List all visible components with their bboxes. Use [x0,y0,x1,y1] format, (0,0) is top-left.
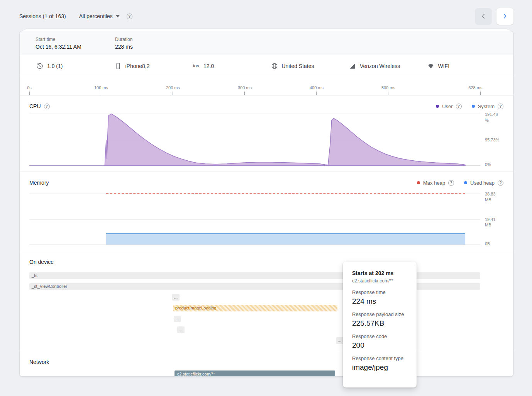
session-meta-row: Start time Oct 16, 6:32:11 AM Duration 2… [20,31,513,55]
used-heap-legend-dot [464,181,467,184]
duration-label: Duration [115,37,195,42]
cpu-section: CPU ? User ? System ? [20,95,513,172]
cpu-axis: 191.46 % 95.73% 0% [480,114,513,166]
app-version-item: 1.0 (1) [36,63,115,70]
max-heap-legend-dot [417,181,420,184]
os-version-item: iOS 12.0 [193,63,271,70]
gridline [29,219,480,220]
user-legend-dot [436,105,439,108]
memory-chart-row: 38.83 MB 19.41 MB 0B [20,190,513,251]
phone-icon [115,63,122,70]
tooltip-field-value: 224 ms [352,297,407,306]
ruler-tick-label: 500 ms [381,85,395,90]
cpu-chart-row: 191.46 % 95.73% 0% [20,114,513,172]
tooltip-title: Starts at 202 ms [352,270,407,276]
tooltip-url: c2.staticflickr.com/** [352,278,407,284]
ruler-tick-label: 300 ms [238,85,252,90]
version-history-icon [36,63,43,70]
cpu-chart-svg [29,114,480,166]
memory-axis-zero: 0B [485,241,502,247]
used-heap-legend-label: Used heap [470,180,495,186]
collapsed-trace-chip[interactable]: ... [172,294,180,301]
on-device-title: On device [29,259,54,265]
help-icon[interactable]: ? [44,104,50,109]
collapsed-trace-chip[interactable]: ... [177,326,185,333]
tooltip-field-label: Response time [352,289,407,295]
cpu-legend-system: System ? [472,104,503,109]
custom-trace-label: productImageLoading [175,306,216,310]
tooltip-field: Response time 224 ms [352,289,407,306]
memory-title: Memory [29,180,49,186]
collapsed-trace-chip[interactable]: ... [174,316,181,322]
ruler-tick-label: 200 ms [166,85,180,90]
tooltip-field: Response code 200 [352,333,407,350]
help-icon[interactable]: ? [498,180,503,186]
ruler-tick-mark [244,92,245,95]
cpu-user-area [29,114,465,166]
memory-legend-max-heap: Max heap ? [417,180,454,186]
chevron-left-icon [479,12,487,20]
memory-chart [29,190,480,245]
signal-strength-icon [349,63,356,70]
cpu-section-header: CPU ? User ? System ? [20,95,513,114]
collapsed-trace-chip[interactable]: ... [336,337,343,344]
chip-label: ... [174,295,178,299]
trace-bar-label: _st_ViewController [32,284,67,289]
os-version-value: 12.0 [203,63,214,69]
session-detail-card: Start time Oct 16, 6:32:11 AM Duration 2… [19,31,513,377]
device-info-row: 1.0 (1) iPhone8,2 iOS 12.0 United States [20,55,513,77]
network-request-label: c2.staticflickr.com/** [177,372,215,376]
cpu-chart [29,114,480,166]
start-time-value: Oct 16, 6:32:11 AM [36,44,115,50]
sessions-count-label: Sessions (1 of 163) [19,13,66,19]
memory-used-band [106,233,465,245]
percentiles-dropdown[interactable]: All percentiles [79,13,120,19]
system-legend-dot [472,105,475,108]
cpu-axis-zero: 0% [485,162,502,168]
tooltip-field-value: image/jpeg [352,363,407,372]
tooltip-field-value: 200 [352,341,407,350]
help-icon[interactable]: ? [498,104,503,109]
ruler-tick-label: 0s [27,85,32,90]
ruler-tick-mark [29,92,30,95]
custom-trace-bar[interactable]: productImageLoading [173,305,337,311]
cpu-legend: User ? System ? [436,104,503,109]
cpu-axis-mid: 95.73% [485,137,502,143]
tooltip-field-label: Response code [352,333,407,339]
memory-section: Memory Max heap ? Used heap ? [20,172,513,251]
ruler-tick-mark [316,92,317,95]
network-request-bar[interactable]: c2.staticflickr.com/** [175,371,335,377]
start-time-block: Start time Oct 16, 6:32:11 AM [36,37,115,50]
ruler-tick-label: 628 ms [468,85,482,90]
country-value: United States [282,63,314,69]
device-model-value: iPhone8,2 [125,63,150,69]
app-version-value: 1.0 (1) [47,63,63,69]
chip-label: ... [176,316,179,321]
next-session-button[interactable] [496,8,513,25]
ruler-tick-mark [388,92,388,95]
ruler-tick-label: 100 ms [94,85,108,90]
help-icon[interactable]: ? [127,14,132,19]
max-heap-legend-label: Max heap [423,180,445,186]
chip-label: ... [338,338,341,343]
memory-legend-used-heap: Used heap ? [464,180,503,186]
timeline-ruler: 0s 100 ms 200 ms 300 ms 400 ms 500 ms 62… [20,77,513,95]
cpu-legend-user: User ? [436,104,461,109]
ruler-tick-label: 400 ms [310,85,324,90]
caret-down-icon [116,15,120,17]
device-model-item: iPhone8,2 [115,63,193,70]
network-request-tooltip: Starts at 202 ms c2.staticflickr.com/** … [343,262,417,388]
network-section: Network c2.staticflickr.com/** [20,351,513,377]
tooltip-field-label: Response content type [352,355,407,361]
top-toolbar: Sessions (1 of 163) All percentiles ? [19,7,513,25]
duration-block: Duration 228 ms [115,37,195,50]
gridline [29,194,480,194]
help-icon[interactable]: ? [456,104,462,109]
gridline [29,245,480,245]
memory-axis-mid: 19.41 MB [485,217,502,228]
system-legend-label: System [478,104,495,109]
ios-icon: iOS [193,63,200,70]
ruler-tick-mark [101,92,101,95]
previous-session-button[interactable] [475,8,492,25]
help-icon[interactable]: ? [448,180,454,186]
